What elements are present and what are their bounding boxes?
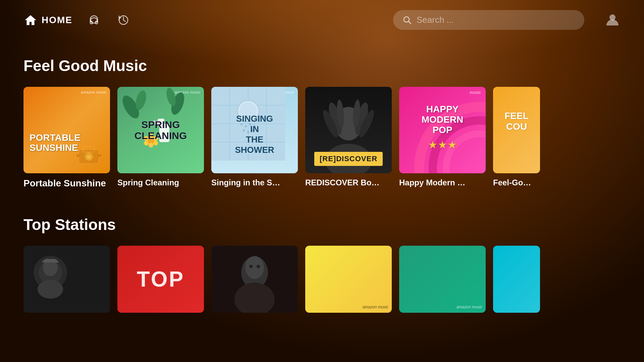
card4-label: REDISCOVER Bo…: [305, 178, 392, 187]
station2-top-text: TOP: [137, 267, 184, 292]
station1-img: [23, 246, 110, 313]
card-happy-modern-pop-img: music HAPPY MODERN POP ★★★: [399, 87, 486, 173]
svg-rect-11: [98, 154, 101, 157]
card2-text1: SPRING: [135, 119, 187, 130]
top-stations-section: Top Stations TOP: [0, 216, 644, 313]
station-card-4[interactable]: amazon music: [305, 246, 392, 313]
card-rediscover[interactable]: amazon music: [305, 87, 392, 189]
station4-img: amazon music: [305, 246, 392, 313]
recent-icon: [117, 14, 129, 26]
feel-good-music-section: Feel Good Music amazon music: [0, 57, 644, 189]
station5-img: amazon music: [399, 246, 486, 313]
station3-art: [211, 246, 298, 313]
svg-point-20: [149, 143, 153, 147]
card5-stars: ★★★: [421, 138, 464, 151]
card1-text1: PORTABLE: [30, 133, 104, 142]
svg-point-19: [153, 141, 158, 145]
station-card-5[interactable]: amazon music: [399, 246, 486, 313]
header: HOME: [0, 0, 644, 40]
recent-button[interactable]: [115, 12, 131, 28]
card6-text1: FEEL: [504, 111, 529, 121]
amazon-badge-1: amazon music: [81, 90, 107, 94]
station-card-6-partial[interactable]: [493, 246, 540, 313]
headphones-button[interactable]: [86, 12, 102, 28]
station-card-3[interactable]: [211, 246, 298, 313]
svg-point-64: [257, 265, 260, 268]
card-portable-sunshine[interactable]: amazon music PORTABLE SUNSHINE: [23, 87, 110, 189]
card5-text1: HAPPY: [421, 104, 464, 115]
svg-point-58: [38, 280, 63, 299]
station6-img: [493, 246, 540, 313]
svg-point-21: [144, 141, 149, 145]
station1-art: [23, 246, 110, 313]
station-card-top[interactable]: TOP: [117, 246, 204, 313]
home-icon: [23, 13, 38, 27]
top-stations-title: Top Stations: [23, 216, 621, 234]
card6-label: Feel-Go…: [493, 178, 540, 187]
station-card-1[interactable]: [23, 246, 110, 313]
top-stations-cards: TOP amazon music: [23, 246, 621, 313]
card-portable-sunshine-img: amazon music PORTABLE SUNSHINE: [23, 87, 110, 173]
card3-label: Singing in the S…: [211, 178, 298, 187]
card-rediscover-img: amazon music: [305, 87, 392, 173]
svg-point-2: [404, 17, 409, 22]
rediscover-text: [RE]DISCOVER: [320, 155, 377, 163]
home-nav[interactable]: HOME: [23, 13, 72, 27]
card-spring-cleaning-img: amazon music: [117, 87, 204, 173]
station5-badge: amazon music: [457, 305, 482, 309]
search-bar[interactable]: [393, 10, 584, 30]
card1-label: Portable Sunshine: [23, 178, 110, 189]
card-singing-shower-img: amazon music: [211, 87, 298, 173]
card-spring-cleaning[interactable]: amazon music: [117, 87, 204, 189]
profile-button[interactable]: [604, 11, 621, 28]
search-icon: [402, 15, 412, 25]
card-feel-good-partial-img: FEEL COU: [493, 87, 540, 173]
card2-label: Spring Cleaning: [117, 178, 204, 187]
svg-line-3: [409, 21, 411, 24]
card3-text1: SINGING IN: [233, 114, 276, 134]
card-singing-shower[interactable]: amazon music: [211, 87, 298, 189]
feel-good-music-title: Feel Good Music: [23, 57, 621, 75]
card1-text2: SUNSHINE: [30, 143, 104, 153]
svg-rect-10: [76, 154, 80, 157]
profile-icon: [604, 11, 621, 27]
card-happy-modern-pop[interactable]: music HAPPY MODERN POP ★★★ Happy Modern …: [399, 87, 486, 189]
card2-text2: CLEANING: [135, 130, 187, 141]
home-label: HOME: [42, 15, 72, 25]
station2-img: TOP: [117, 246, 204, 313]
card5-label: Happy Modern …: [399, 178, 486, 187]
svg-point-62: [245, 256, 264, 279]
station4-badge: amazon music: [363, 305, 388, 309]
card3-text2: THE SHOWER: [233, 134, 276, 155]
card-feel-good-partial[interactable]: FEEL COU Feel-Go…: [493, 87, 540, 189]
search-input[interactable]: [417, 15, 575, 25]
station3-img: [211, 246, 298, 313]
feel-good-music-cards: amazon music PORTABLE SUNSHINE: [23, 87, 621, 189]
svg-point-63: [249, 265, 253, 268]
headphones-icon: [88, 14, 100, 26]
card5-text2: MODERN POP: [421, 115, 464, 135]
card6-text2: COU: [504, 121, 529, 132]
